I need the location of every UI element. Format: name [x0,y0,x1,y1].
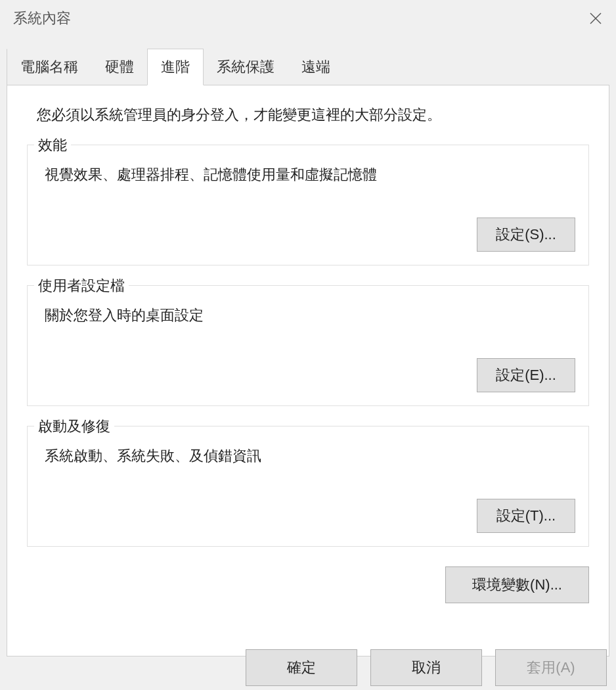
close-button[interactable] [585,8,606,29]
environment-variables-button[interactable]: 環境變數(N)... [445,566,589,603]
group-user-profiles-desc: 關於您登入時的桌面設定 [45,306,575,325]
title-bar: 系統內容 [0,0,616,37]
window-title: 系統內容 [13,9,71,28]
group-startup-recovery-desc: 系統啟動、系統失敗、及偵錯資訊 [45,446,575,466]
startup-recovery-settings-button[interactable]: 設定(T)... [477,499,575,533]
tab-panel-advanced: 您必須以系統管理員的身分登入，才能變更這裡的大部分設定。 效能 視覺效果、處理器… [7,85,609,656]
close-icon [589,12,602,25]
group-performance: 效能 視覺效果、處理器排程、記憶體使用量和虛擬記憶體 設定(S)... [27,145,589,265]
group-user-profiles: 使用者設定檔 關於您登入時的桌面設定 設定(E)... [27,285,589,406]
tab-strip: 電腦名稱 硬體 進階 系統保護 遠端 [7,49,616,85]
performance-settings-button[interactable]: 設定(S)... [477,218,575,252]
tab-computer-name[interactable]: 電腦名稱 [7,49,92,85]
apply-button[interactable]: 套用(A) [495,649,607,686]
tab-remote[interactable]: 遠端 [288,49,344,85]
group-startup-recovery-title: 啟動及修復 [34,417,114,436]
admin-notice: 您必須以系統管理員的身分登入，才能變更這裡的大部分設定。 [37,105,589,125]
group-performance-title: 效能 [34,135,71,155]
tab-advanced[interactable]: 進階 [147,49,204,85]
tab-hardware[interactable]: 硬體 [91,49,148,85]
group-user-profiles-title: 使用者設定檔 [34,276,129,296]
dialog-footer: 確定 取消 套用(A) [246,649,607,686]
group-startup-recovery: 啟動及修復 系統啟動、系統失敗、及偵錯資訊 設定(T)... [27,426,589,547]
user-profiles-settings-button[interactable]: 設定(E)... [477,358,575,392]
group-performance-desc: 視覺效果、處理器排程、記憶體使用量和虛擬記憶體 [45,165,575,185]
tab-system-protection[interactable]: 系統保護 [203,49,288,85]
ok-button[interactable]: 確定 [246,649,357,686]
cancel-button[interactable]: 取消 [370,649,482,686]
